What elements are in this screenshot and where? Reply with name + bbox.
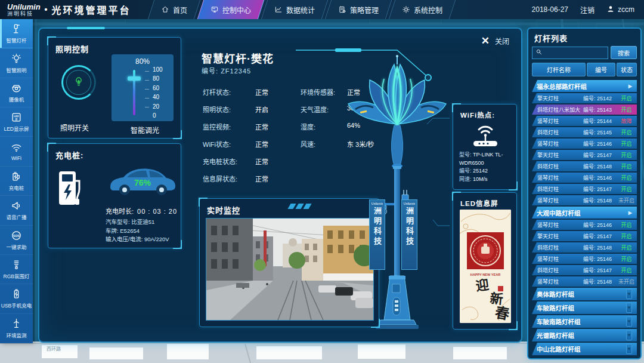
lamp-code: 编号: 25148 xyxy=(583,278,616,285)
nav-item-0[interactable]: 首页 xyxy=(147,0,200,19)
status-row: 天气温度: 36°C xyxy=(301,104,374,114)
sidebar-item-2[interactable]: 摄像机 xyxy=(0,78,33,107)
status-row: 湿度: 64% xyxy=(301,122,374,131)
slider-handle[interactable] xyxy=(128,76,141,81)
lamp-row[interactable]: 竖琴灯柱 编号: 25148 未开启 xyxy=(532,195,637,205)
search-input[interactable] xyxy=(532,47,608,59)
led-poster: HAPPY NEW YEAR 迎 新 春 xyxy=(460,210,511,323)
strategy-icon xyxy=(338,5,346,14)
column-status[interactable]: 状态 xyxy=(617,63,637,76)
nav-item-2[interactable]: 数据统计 xyxy=(261,0,327,19)
scale-tick-label: 20 xyxy=(153,103,167,110)
lamp-group-header[interactable]: 车陂路灯杆组 ▼ xyxy=(532,302,637,314)
scale-tick-label: 100 xyxy=(153,66,167,73)
svg-text:SOS: SOS xyxy=(13,233,20,237)
camera-icon xyxy=(11,82,22,94)
search-icon xyxy=(535,47,543,58)
svg-text:迎: 迎 xyxy=(475,276,490,294)
lamp-row[interactable]: 斜塔灯柱八米加大 编号: 25143 开启 xyxy=(532,104,637,115)
rgb-light-icon xyxy=(11,259,22,270)
charge-details: 汽车型号: 比亚迪51 车牌: E52654 输入电压/电流: 90A/220V xyxy=(106,218,169,244)
lamp-row[interactable]: 竖琴灯柱 编号: 25146 开启 xyxy=(532,220,637,230)
status-row: 充电桩状态: 正常 xyxy=(203,156,268,166)
user-menu[interactable]: zccm xyxy=(606,5,634,15)
smart-lighting-dashboard: 西环路 Unilumin 洲明科技 • 光环境管理平台 首页 控制中心 数据统计… xyxy=(0,0,644,363)
lamp-name: 竖琴灯柱 xyxy=(532,221,583,229)
lamp-group-header[interactable]: 大观中路灯杆组 ▶ xyxy=(532,207,637,219)
lamp-code: 编号: 25147 xyxy=(583,185,616,193)
lamp-list-title: 灯杆列表 xyxy=(528,29,640,46)
search-button[interactable]: 搜索 xyxy=(611,46,637,59)
lamp-row[interactable]: 竖琴灯柱 编号: 25146 开启 xyxy=(532,173,637,183)
nav-item-4[interactable]: 系统控制 xyxy=(388,0,455,19)
lamp-row[interactable]: 斜塔灯柱 编号: 25147 开启 xyxy=(532,265,637,275)
map-road-label: 西环路 xyxy=(47,345,61,352)
lamp-code: 编号: 25146 xyxy=(583,140,616,147)
nav-item-1[interactable]: 控制中心 xyxy=(197,0,264,19)
lamp-row[interactable]: 斜塔灯柱 编号: 25148 开启 xyxy=(532,242,637,253)
sidebar-item-10[interactable]: 环境监测 xyxy=(0,314,33,343)
arrow-down-icon: ▼ xyxy=(626,303,632,313)
realtime-monitor-panel: 实时监控 xyxy=(199,198,379,327)
sidebar-item-7[interactable]: SOS 一键求助 xyxy=(0,226,33,255)
lamp-group-header[interactable]: 车陂南路灯杆组 ▼ xyxy=(532,315,637,328)
close-button[interactable]: ✕ 关闭 xyxy=(481,36,509,46)
lamp-group-header[interactable]: 光谱路灯杆组 ▼ xyxy=(532,329,637,342)
svg-text:春: 春 xyxy=(494,303,511,323)
lamp-name: 斜塔灯柱八米加大 xyxy=(532,106,583,113)
topbar-right: 2018-06-27 注销 zccm xyxy=(532,5,644,15)
sidebar-item-0[interactable]: 智慧灯杆 xyxy=(0,19,33,48)
lamp-row[interactable]: 擎天灯柱 编号: 25142 开启 xyxy=(532,93,637,103)
user-icon xyxy=(606,5,615,15)
lamp-row[interactable]: 擎天灯柱 编号: 25147 开启 xyxy=(532,231,637,241)
lamp-status-badge: 开启 xyxy=(616,266,637,274)
nav-label: 首页 xyxy=(173,5,187,15)
top-bar: Unilumin 洲明科技 • 光环境管理平台 首页 控制中心 数据统计 策略管… xyxy=(0,0,644,19)
lamp-row[interactable]: 竖琴灯柱 编号: 25146 开启 xyxy=(532,254,637,264)
lighting-control-panel: 照明控制 照明开关 80% 100806040200 智能调光 xyxy=(48,37,181,139)
charger-icon xyxy=(11,171,22,182)
lamp-group-header[interactable]: 奥体路灯杆组 ▼ xyxy=(532,288,637,300)
pole-title: 智慧灯杆·樊花 xyxy=(202,50,274,66)
main-nav: 首页 控制中心 数据统计 策略管理 系统控制 xyxy=(148,0,453,19)
lamp-status-badge: 开启 xyxy=(616,221,637,229)
sidebar-item-3[interactable]: LED屏 LED显示屏 xyxy=(0,107,33,137)
sidebar-item-6[interactable]: 语音广播 xyxy=(0,196,33,225)
sidebar-item-9[interactable]: USB手机充电 xyxy=(0,284,33,313)
sidebar-item-8[interactable]: RGB氛围灯 xyxy=(0,255,33,284)
sidebar-item-5[interactable]: 充电桩 xyxy=(0,167,33,196)
sidebar-item-1[interactable]: 智慧照明 xyxy=(0,48,33,78)
lamp-row[interactable]: 斜塔灯柱 编号: 25145 开启 xyxy=(532,127,637,137)
led-screen-icon: LED屏 xyxy=(11,112,22,123)
lamp-row[interactable]: 竖琴灯柱 编号: 25144 故障 xyxy=(532,116,637,126)
lamp-row[interactable]: 斜塔灯柱 编号: 25148 开启 xyxy=(532,161,637,171)
pole-banner: Unilumin 洲明科技 xyxy=(369,199,385,270)
lamp-row[interactable]: 擎天灯柱 编号: 25147 开启 xyxy=(532,150,637,160)
search-row: 搜索 xyxy=(528,46,640,59)
lamp-group-header[interactable]: 中山北路灯杆组 ▼ xyxy=(532,343,637,355)
sidebar-item-4[interactable]: WiFi xyxy=(0,137,33,166)
sidebar: 智慧灯杆 智慧照明 摄像机 LED屏 LED显示屏 WiFi 充电桩 语音广播 … xyxy=(0,19,33,343)
column-code[interactable]: 编号 xyxy=(587,63,615,76)
lamp-name: 斜塔灯柱 xyxy=(532,128,583,136)
lamp-status-badge: 开启 xyxy=(616,162,637,170)
panel-deco-bar xyxy=(67,27,105,29)
arrow-down-icon: ▼ xyxy=(626,289,632,299)
lamp-group-header[interactable]: 福永总部路灯杆组 ▶ xyxy=(532,80,637,92)
lamp-status-badge: 故障 xyxy=(616,117,637,125)
lamp-row[interactable]: 斜塔灯柱 编号: 25147 开启 xyxy=(532,184,637,194)
sidebar-item-label: 充电桩 xyxy=(9,184,24,191)
lamp-status-badge: 开启 xyxy=(616,244,637,251)
user-name: zccm xyxy=(618,5,634,14)
light-switch-toggle[interactable] xyxy=(61,65,96,100)
logout-link[interactable]: 注销 xyxy=(580,5,595,15)
wifi-hotspot-panel: WiFi热点: 型号: TP-LINK TL-WDR6500 编号: 25142… xyxy=(453,104,517,190)
sidebar-item-label: 摄像机 xyxy=(9,96,24,103)
lamp-name: 竖琴灯柱 xyxy=(532,117,583,125)
lamp-row[interactable]: 竖琴灯柱 编号: 25146 开启 xyxy=(532,139,637,149)
column-lamp-name[interactable]: 灯杆名称 xyxy=(532,63,586,76)
nav-item-3[interactable]: 策略管理 xyxy=(324,0,391,19)
lamp-row[interactable]: 竖琴灯柱 编号: 25148 未开启 xyxy=(532,276,637,287)
lamp-name: 竖琴灯柱 xyxy=(532,278,583,285)
switch-label: 照明开关 xyxy=(60,122,89,133)
